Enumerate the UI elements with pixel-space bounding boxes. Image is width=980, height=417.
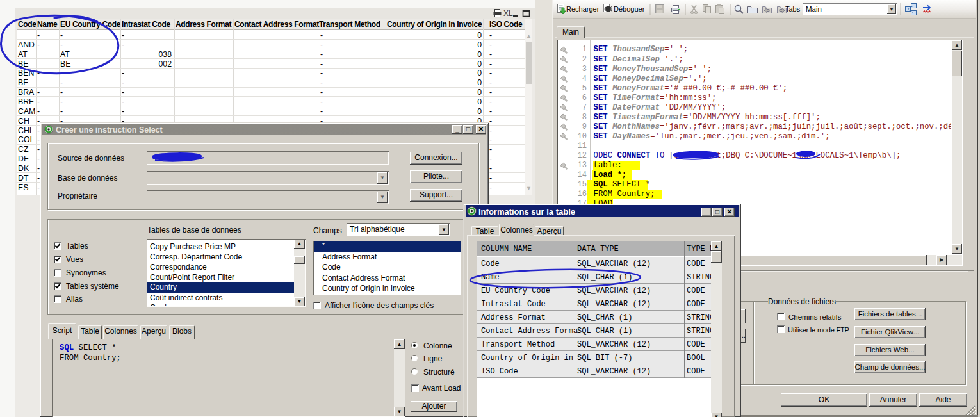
svg-text:XL: XL (503, 9, 513, 18)
